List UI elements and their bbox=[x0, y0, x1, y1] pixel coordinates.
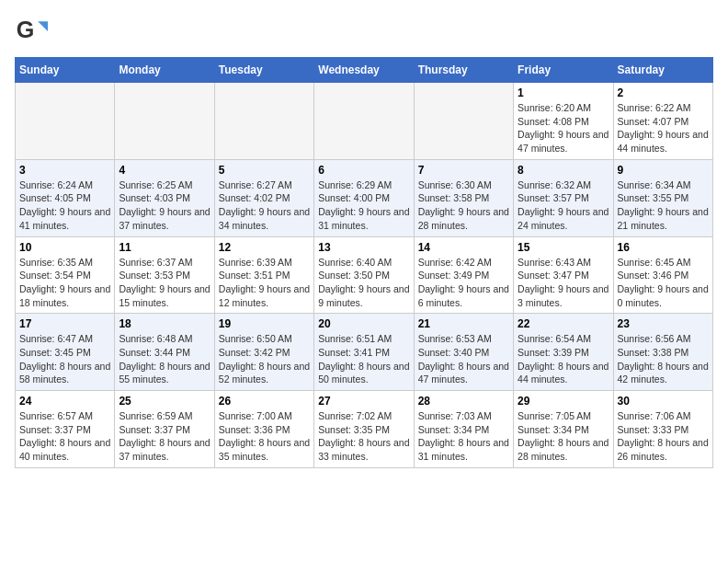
day-number: 4 bbox=[119, 164, 210, 177]
logo: G bbox=[15, 15, 51, 48]
day-number: 23 bbox=[618, 317, 709, 330]
calendar-week-row: 24Sunrise: 6:57 AMSunset: 3:37 PMDayligh… bbox=[16, 391, 713, 468]
day-number: 21 bbox=[418, 317, 509, 330]
day-number: 12 bbox=[219, 241, 310, 254]
day-info: Sunrise: 6:30 AMSunset: 3:58 PMDaylight:… bbox=[418, 178, 509, 233]
day-number: 29 bbox=[518, 395, 609, 408]
calendar-cell bbox=[414, 83, 513, 160]
logo-icon: G bbox=[15, 15, 48, 48]
day-number: 10 bbox=[19, 241, 110, 254]
day-number: 15 bbox=[518, 241, 609, 254]
day-info: Sunrise: 6:34 AMSunset: 3:55 PMDaylight:… bbox=[618, 178, 709, 233]
calendar-cell: 5Sunrise: 6:27 AMSunset: 4:02 PMDaylight… bbox=[214, 159, 313, 236]
calendar-cell: 19Sunrise: 6:50 AMSunset: 3:42 PMDayligh… bbox=[214, 314, 313, 391]
day-info: Sunrise: 6:57 AMSunset: 3:37 PMDaylight:… bbox=[19, 409, 110, 464]
day-number: 3 bbox=[19, 164, 110, 177]
day-number: 18 bbox=[119, 317, 210, 330]
day-info: Sunrise: 6:27 AMSunset: 4:02 PMDaylight:… bbox=[219, 178, 310, 233]
calendar-cell: 21Sunrise: 6:53 AMSunset: 3:40 PMDayligh… bbox=[414, 314, 513, 391]
day-info: Sunrise: 6:22 AMSunset: 4:07 PMDaylight:… bbox=[618, 101, 709, 155]
column-header-sunday: Sunday bbox=[16, 58, 115, 83]
day-info: Sunrise: 7:05 AMSunset: 3:34 PMDaylight:… bbox=[518, 409, 609, 464]
day-info: Sunrise: 6:25 AMSunset: 4:03 PMDaylight:… bbox=[119, 178, 210, 233]
calendar-cell: 11Sunrise: 6:37 AMSunset: 3:53 PMDayligh… bbox=[115, 236, 214, 314]
day-number: 27 bbox=[318, 395, 409, 408]
calendar-cell: 23Sunrise: 6:56 AMSunset: 3:38 PMDayligh… bbox=[613, 314, 712, 391]
calendar-cell: 8Sunrise: 6:32 AMSunset: 3:57 PMDaylight… bbox=[514, 159, 613, 236]
calendar-cell bbox=[16, 83, 115, 160]
column-header-thursday: Thursday bbox=[414, 58, 513, 83]
calendar-cell: 12Sunrise: 6:39 AMSunset: 3:51 PMDayligh… bbox=[214, 236, 313, 314]
day-info: Sunrise: 6:37 AMSunset: 3:53 PMDaylight:… bbox=[119, 256, 210, 310]
day-number: 13 bbox=[318, 241, 409, 254]
calendar-week-row: 17Sunrise: 6:47 AMSunset: 3:45 PMDayligh… bbox=[16, 314, 713, 391]
day-info: Sunrise: 6:24 AMSunset: 4:05 PMDaylight:… bbox=[19, 178, 110, 233]
calendar-cell: 9Sunrise: 6:34 AMSunset: 3:55 PMDaylight… bbox=[613, 159, 712, 236]
column-header-friday: Friday bbox=[514, 58, 613, 83]
day-number: 25 bbox=[119, 395, 210, 408]
calendar-cell: 17Sunrise: 6:47 AMSunset: 3:45 PMDayligh… bbox=[16, 314, 115, 391]
day-number: 11 bbox=[119, 241, 210, 254]
day-info: Sunrise: 6:20 AMSunset: 4:08 PMDaylight:… bbox=[518, 101, 609, 155]
calendar-cell: 3Sunrise: 6:24 AMSunset: 4:05 PMDaylight… bbox=[16, 159, 115, 236]
calendar-cell: 1Sunrise: 6:20 AMSunset: 4:08 PMDaylight… bbox=[514, 83, 613, 160]
day-number: 19 bbox=[219, 317, 310, 330]
calendar-week-row: 3Sunrise: 6:24 AMSunset: 4:05 PMDaylight… bbox=[16, 159, 713, 236]
calendar-cell: 13Sunrise: 6:40 AMSunset: 3:50 PMDayligh… bbox=[314, 236, 414, 314]
calendar-cell: 10Sunrise: 6:35 AMSunset: 3:54 PMDayligh… bbox=[16, 236, 115, 314]
calendar-cell: 15Sunrise: 6:43 AMSunset: 3:47 PMDayligh… bbox=[514, 236, 613, 314]
page-header: G bbox=[15, 15, 713, 48]
day-number: 8 bbox=[518, 164, 609, 177]
calendar-cell bbox=[214, 83, 313, 160]
day-info: Sunrise: 6:43 AMSunset: 3:47 PMDaylight:… bbox=[518, 256, 609, 310]
column-header-monday: Monday bbox=[115, 58, 214, 83]
calendar-cell: 24Sunrise: 6:57 AMSunset: 3:37 PMDayligh… bbox=[16, 391, 115, 468]
day-info: Sunrise: 7:03 AMSunset: 3:34 PMDaylight:… bbox=[418, 409, 509, 464]
day-number: 24 bbox=[19, 395, 110, 408]
day-info: Sunrise: 6:40 AMSunset: 3:50 PMDaylight:… bbox=[318, 256, 409, 310]
calendar-cell: 20Sunrise: 6:51 AMSunset: 3:41 PMDayligh… bbox=[314, 314, 414, 391]
calendar-header-row: SundayMondayTuesdayWednesdayThursdayFrid… bbox=[16, 58, 713, 83]
calendar-table: SundayMondayTuesdayWednesdayThursdayFrid… bbox=[15, 57, 713, 468]
day-number: 7 bbox=[418, 164, 509, 177]
day-number: 28 bbox=[418, 395, 509, 408]
day-info: Sunrise: 6:39 AMSunset: 3:51 PMDaylight:… bbox=[219, 256, 310, 310]
calendar-cell: 18Sunrise: 6:48 AMSunset: 3:44 PMDayligh… bbox=[115, 314, 214, 391]
day-number: 17 bbox=[19, 317, 110, 330]
day-number: 16 bbox=[618, 241, 709, 254]
calendar-cell: 28Sunrise: 7:03 AMSunset: 3:34 PMDayligh… bbox=[414, 391, 513, 468]
day-number: 26 bbox=[219, 395, 310, 408]
calendar-cell: 4Sunrise: 6:25 AMSunset: 4:03 PMDaylight… bbox=[115, 159, 214, 236]
calendar-week-row: 10Sunrise: 6:35 AMSunset: 3:54 PMDayligh… bbox=[16, 236, 713, 314]
calendar-cell: 29Sunrise: 7:05 AMSunset: 3:34 PMDayligh… bbox=[514, 391, 613, 468]
calendar-cell: 22Sunrise: 6:54 AMSunset: 3:39 PMDayligh… bbox=[514, 314, 613, 391]
day-info: Sunrise: 6:59 AMSunset: 3:37 PMDaylight:… bbox=[119, 409, 210, 464]
day-number: 22 bbox=[518, 317, 609, 330]
day-number: 6 bbox=[318, 164, 409, 177]
day-number: 30 bbox=[618, 395, 709, 408]
calendar-cell bbox=[115, 83, 214, 160]
calendar-cell bbox=[314, 83, 414, 160]
calendar-cell: 16Sunrise: 6:45 AMSunset: 3:46 PMDayligh… bbox=[613, 236, 712, 314]
column-header-saturday: Saturday bbox=[613, 58, 712, 83]
column-header-wednesday: Wednesday bbox=[314, 58, 414, 83]
day-info: Sunrise: 7:06 AMSunset: 3:33 PMDaylight:… bbox=[618, 409, 709, 464]
calendar-cell: 26Sunrise: 7:00 AMSunset: 3:36 PMDayligh… bbox=[214, 391, 313, 468]
svg-text:G: G bbox=[17, 17, 35, 42]
day-info: Sunrise: 6:29 AMSunset: 4:00 PMDaylight:… bbox=[318, 178, 409, 233]
day-info: Sunrise: 6:42 AMSunset: 3:49 PMDaylight:… bbox=[418, 256, 509, 310]
calendar-cell: 14Sunrise: 6:42 AMSunset: 3:49 PMDayligh… bbox=[414, 236, 513, 314]
day-info: Sunrise: 6:50 AMSunset: 3:42 PMDaylight:… bbox=[219, 332, 310, 386]
calendar-cell: 30Sunrise: 7:06 AMSunset: 3:33 PMDayligh… bbox=[613, 391, 712, 468]
day-number: 1 bbox=[518, 86, 609, 99]
calendar-week-row: 1Sunrise: 6:20 AMSunset: 4:08 PMDaylight… bbox=[16, 83, 713, 160]
day-info: Sunrise: 6:54 AMSunset: 3:39 PMDaylight:… bbox=[518, 332, 609, 386]
day-info: Sunrise: 7:02 AMSunset: 3:35 PMDaylight:… bbox=[318, 409, 409, 464]
calendar-cell: 25Sunrise: 6:59 AMSunset: 3:37 PMDayligh… bbox=[115, 391, 214, 468]
day-number: 14 bbox=[418, 241, 509, 254]
day-number: 20 bbox=[318, 317, 409, 330]
column-header-tuesday: Tuesday bbox=[214, 58, 313, 83]
day-info: Sunrise: 6:35 AMSunset: 3:54 PMDaylight:… bbox=[19, 256, 110, 310]
calendar-cell: 2Sunrise: 6:22 AMSunset: 4:07 PMDaylight… bbox=[613, 83, 712, 160]
day-info: Sunrise: 6:32 AMSunset: 3:57 PMDaylight:… bbox=[518, 178, 609, 233]
